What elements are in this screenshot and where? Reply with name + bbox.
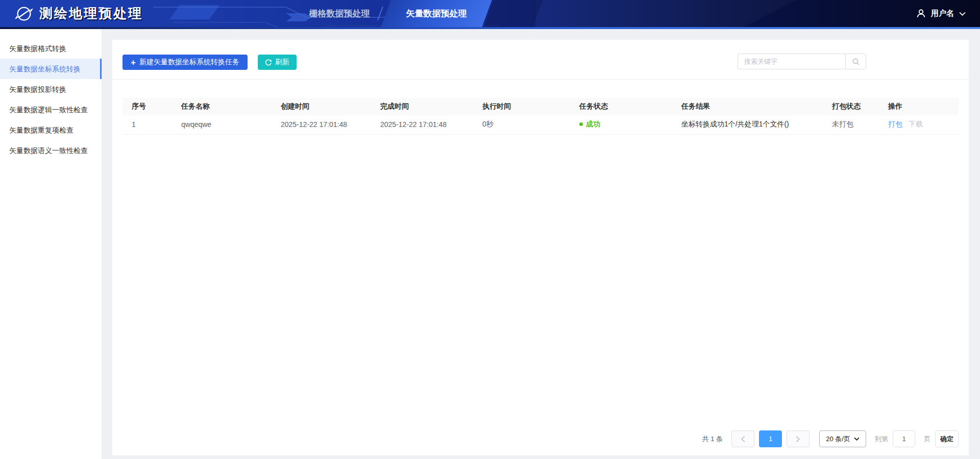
- download-link[interactable]: 下载: [909, 120, 923, 128]
- cell-index: 1: [122, 115, 172, 134]
- status-badge: 成功: [586, 120, 600, 128]
- refresh-button[interactable]: 刷新: [258, 55, 297, 70]
- chevron-right-icon: [796, 436, 800, 443]
- chevron-left-icon: [741, 436, 745, 443]
- page-title: 测绘地理预处理: [39, 5, 143, 22]
- cell-task-name: qwqeqwe: [172, 115, 272, 134]
- header-bottom-strip: [0, 27, 980, 29]
- sidebar-item-projection-conversion[interactable]: 矢量数据投影转换: [0, 79, 102, 99]
- toolbar: + 新建矢量数据坐标系统转换任务 刷新: [122, 55, 297, 70]
- pagination-total: 共 1 条: [702, 435, 723, 444]
- col-actions: 操作: [879, 98, 959, 115]
- cell-task-result: 坐标转换成功1个/共处理1个文件(): [672, 115, 823, 134]
- tab-vector-preprocessing[interactable]: 矢量数据预处理: [386, 0, 487, 27]
- status-dot: [579, 122, 583, 126]
- col-pack-status: 打包状态: [823, 98, 879, 115]
- search-input[interactable]: [738, 54, 845, 69]
- sidebar-item-duplicate-check[interactable]: 矢量数据重复项检查: [0, 120, 102, 140]
- cell-pack-status: 未打包: [823, 115, 879, 134]
- goto-prefix-label: 到第: [875, 435, 888, 444]
- table-row: 1 qwqeqwe 2025-12-22 17:01:48 2025-12-22…: [122, 115, 959, 134]
- col-index: 序号: [122, 98, 172, 115]
- page-size-select[interactable]: 20 条/页: [819, 430, 866, 447]
- app-header: 测绘地理预处理 栅格数据预处理 矢量数据预处理 用户名: [0, 0, 980, 29]
- col-task-name: 任务名称: [172, 98, 272, 115]
- refresh-icon: [265, 59, 272, 66]
- col-created-time: 创建时间: [272, 98, 371, 115]
- cell-actions: 打包下载: [879, 115, 959, 134]
- goto-suffix-label: 页: [924, 435, 930, 444]
- col-task-result: 任务结果: [672, 98, 823, 115]
- sidebar-item-coordinate-system-conversion[interactable]: 矢量数据坐标系统转换: [0, 59, 102, 79]
- user-icon: [916, 9, 926, 18]
- goto-page-input[interactable]: [893, 430, 915, 447]
- sidebar: 矢量数据格式转换 矢量数据坐标系统转换 矢量数据投影转换 矢量数据逻辑一致性检查…: [0, 29, 102, 459]
- cell-created-time: 2025-12-22 17:01:48: [272, 115, 371, 134]
- prev-page-button[interactable]: [731, 430, 754, 447]
- toolbar-divider: [112, 79, 969, 80]
- page-size-label: 20 条/页: [826, 435, 850, 444]
- search-icon: [852, 58, 860, 66]
- pagination: 共 1 条 1 20 条/页 到第 页 确定: [702, 430, 959, 447]
- new-task-button-label: 新建矢量数据坐标系统转换任务: [139, 58, 239, 67]
- task-table: 序号 任务名称 创建时间 完成时间 执行时间 任务状态 任务结果 打包状态 操作…: [122, 98, 959, 135]
- plus-icon: +: [131, 58, 136, 67]
- logo-icon: [14, 4, 34, 23]
- sidebar-item-semantic-consistency-check[interactable]: 矢量数据语义一致性检查: [0, 140, 102, 161]
- brand: 测绘地理预处理: [14, 0, 143, 27]
- table-header-row: 序号 任务名称 创建时间 完成时间 执行时间 任务状态 任务结果 打包状态 操作: [122, 98, 959, 115]
- search-box: [738, 54, 866, 69]
- new-task-button[interactable]: + 新建矢量数据坐标系统转换任务: [122, 55, 248, 70]
- chevron-down-icon: [959, 12, 966, 16]
- page-1-button[interactable]: 1: [759, 430, 782, 447]
- confirm-button[interactable]: 确定: [935, 430, 959, 447]
- username-label: 用户名: [931, 9, 954, 18]
- pack-link[interactable]: 打包: [888, 120, 902, 128]
- select-caret-icon: [854, 437, 860, 441]
- col-finished-time: 完成时间: [371, 98, 473, 115]
- cell-exec-time: 0秒: [473, 115, 570, 134]
- tab-raster-preprocessing[interactable]: 栅格数据预处理: [296, 0, 383, 27]
- user-menu[interactable]: 用户名: [916, 0, 966, 27]
- col-exec-time: 执行时间: [473, 98, 570, 115]
- content-card: + 新建矢量数据坐标系统转换任务 刷新: [112, 40, 969, 455]
- sidebar-item-format-conversion[interactable]: 矢量数据格式转换: [0, 38, 102, 59]
- next-page-button[interactable]: [787, 430, 810, 447]
- sidebar-item-logical-consistency-check[interactable]: 矢量数据逻辑一致性检查: [0, 99, 102, 120]
- tab-decor-shape: [484, 0, 543, 27]
- col-task-status: 任务状态: [570, 98, 672, 115]
- cell-finished-time: 2025-12-22 17:01:48: [371, 115, 473, 134]
- search-button[interactable]: [845, 54, 866, 69]
- refresh-button-label: 刷新: [275, 58, 289, 67]
- cell-task-status: 成功: [570, 115, 672, 134]
